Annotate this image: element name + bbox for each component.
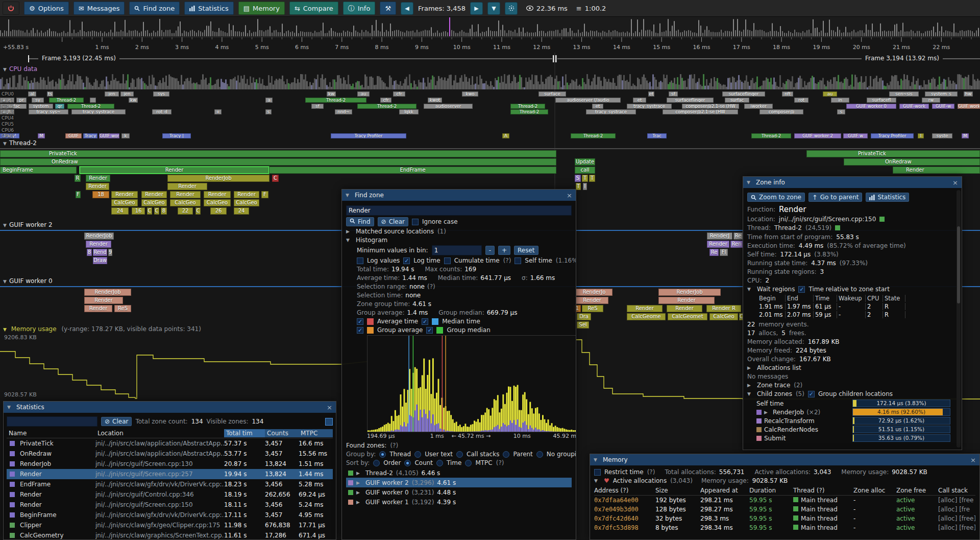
timeline-zone[interactable]: Re [733,232,743,240]
cpu-zone[interactable]: kw [327,91,336,97]
timeline-zone[interactable]: 9 [108,249,112,256]
allocation-row[interactable]: 0x7dfaa64e00192 bytes298.21 ms59.95 sMai… [594,496,975,505]
timeline-zone[interactable]: C [272,175,279,182]
find-clear-button[interactable]: ⊘Clear [378,217,408,226]
timeline-zone[interactable]: Fl [720,249,728,256]
find-zone-search-input[interactable] [346,205,572,216]
thread-value[interactable]: Thread-2 [774,224,802,231]
cpu-zone[interactable] [90,98,96,103]
timeline-zone[interactable]: S [575,175,581,182]
timeline-zone[interactable]: CalcGeo [170,199,201,206]
timeline-zone[interactable]: 22 [178,207,193,215]
timeline-zone[interactable]: 24 [111,207,129,215]
child-zone-row[interactable]: Self time172.14 µs (3.83%) [747,399,954,408]
radio-time[interactable] [436,460,443,466]
min-bin-increment-button[interactable]: + [498,246,510,255]
cpu-zone[interactable]: Tracy | [162,133,191,138]
timeline-zone[interactable]: OnRedraw [844,158,980,166]
radio-order[interactable] [373,460,380,466]
cpu-zone[interactable]: et [648,91,654,97]
cpu-zone[interactable]: Thread-2 [751,133,791,138]
option-checkbox-log-values[interactable] [357,257,363,264]
group-children-checkbox[interactable] [808,391,815,397]
cpu-zone[interactable]: hw [964,91,973,97]
found-zone-group[interactable]: ▶Thread-2(4,105)6.46 s [346,468,572,478]
statistics-titlebar[interactable]: ▼ Statistics × [4,402,336,413]
cpu-zone[interactable]: au [823,91,837,97]
found-zones-help[interactable]: (?) [390,442,398,449]
timeline-zone[interactable]: 24 [234,207,249,215]
cpu-zone[interactable]: Thread-2 [305,98,366,103]
stats-table-row[interactable]: Renderjni/../jni/src/guif/Screen.cpp:150… [7,500,333,510]
cpu-zone[interactable]: kwo [462,91,478,97]
cpu-zone[interactable]: rw [922,98,940,103]
allocation-row[interactable]: 0x7e049b3d00128 bytes298.27 ms59.95 sMai… [594,505,975,514]
timeline-zone[interactable]: Re [709,249,719,256]
cpu-zone[interactable]: GUIF-w [932,104,954,109]
found-zone-group[interactable]: ▶GUIF worker 2(3,296)4.61 s [346,478,572,487]
frame-label-a[interactable]: Frame 3,193 (22.45 ms) [38,55,119,62]
radio-group-help[interactable]: (?) [496,459,504,466]
alloc-col-header-zone-alloc[interactable]: Zone alloc [853,487,896,494]
timeline-zone[interactable]: Render [167,183,207,190]
timeline-zone[interactable]: Dra [577,313,591,320]
cpu-zone[interactable]: jen [105,91,119,97]
legend-checkbox[interactable] [357,327,363,334]
cpu-zone[interactable]: Thread-2 [49,98,84,103]
cpu-zone[interactable]: syste [932,133,952,138]
option-checkbox-cumulate-time[interactable] [444,257,451,264]
thread-header-guif-worker-0[interactable]: ▼GUIF worker 0 [3,277,53,285]
thread-header-guif-worker-2[interactable]: ▼GUIF worker 2 [3,221,53,228]
child-zones-toggle[interactable]: ▼Child zones (5) Group children location… [747,390,954,397]
legend-checkbox[interactable] [357,318,363,325]
cpu-zone[interactable]: surfacefl [867,98,896,103]
allocation-row[interactable]: 0x7dfc53d8988 bytes298.34 ms59.95 sMain … [594,523,975,532]
scrollbar[interactable] [957,190,961,448]
timeline-zone[interactable]: OnRedraw [0,158,556,166]
child-zone-row[interactable]: RecalcTransform72.92 µs (1.62%) [747,416,954,425]
reset-button[interactable]: Reset [514,246,538,255]
cpu-zone[interactable]: cfr [393,91,405,97]
timeline-zone[interactable]: RenderJob [84,232,114,240]
zone-trace-toggle[interactable]: ▶Zone trace(2) [747,382,954,389]
stats-table-row[interactable]: Renderjni/../jni/src/guif/Control.cpp:34… [7,489,333,500]
timeline-zone[interactable]: C [147,207,152,215]
stats-col-header-total-tim[interactable]: Total tim [224,429,265,437]
cpu-zone[interactable]: sys [153,91,169,97]
zoom-to-zone-button[interactable]: Zoom to zone [747,193,805,202]
collapse-icon[interactable]: ▼ [747,180,750,185]
matched-source-locations-toggle[interactable]: ▶Matched source locations(1) [346,228,572,235]
cpu-zone[interactable]: tracy_systrace [71,109,126,114]
alloc-col-header-appeared-at[interactable]: Appeared at [700,487,749,494]
statistics-button[interactable]: Statistics [866,193,909,202]
cpu-zone[interactable]: sf [311,104,324,109]
stats-col-header-mtpc[interactable]: MTPC [299,429,333,437]
timeline-zone[interactable]: CalcGeo [204,199,231,206]
go-to-parent-button[interactable]: ↑Go to parent [808,193,863,202]
timeline-zone[interactable]: 16 [132,207,145,215]
close-icon[interactable]: × [567,192,572,199]
allocation-row[interactable]: 0x7dfc42d64032 bytes298.3 ms59.95 sMain … [594,514,975,523]
cpu-zone[interactable]: + [214,109,222,114]
cpu-zone[interactable]: M [38,133,45,138]
cpu-zone[interactable]: Tracy Profiler [871,133,914,138]
timeline-zone[interactable]: Draw [93,257,107,264]
found-zone-group[interactable]: ▶GUIF worker 0(3,231)4.48 s [346,487,572,497]
timeline-zone[interactable]: RenderJob [84,289,131,296]
time-relative-checkbox[interactable] [798,286,805,293]
cpu-zone[interactable]: surfaceflinger [722,91,765,97]
option-checkbox-self-time[interactable] [514,257,521,264]
timeline-zone[interactable]: Render [658,297,715,304]
timeline-zone[interactable]: CalcGeome [627,313,666,320]
timeline-zone[interactable]: ReS [582,305,603,312]
alloc-col-header-size[interactable]: Size [655,487,700,494]
stats-table-row[interactable]: Clipperjni/../jni/src/claw/gfx/geo/Clipp… [7,520,333,530]
timeline-zone[interactable]: Rend [93,249,107,256]
stats-table-row[interactable]: Renderjni/../jni/src/guif/Screen.cpp:257… [7,469,333,479]
cpu-zone[interactable]: Thread-2 [510,109,548,114]
thread-header-thread-2[interactable]: ▼Thread-2 [3,139,37,147]
timeline-zone[interactable]: T [576,183,581,190]
active-allocations-toggle[interactable]: ▼ ♥ Active allocations (3,043) Memory us… [594,477,975,484]
cpu-zone[interactable]: A [502,133,509,138]
cpu-zone[interactable]: audioserver (/audio [555,98,621,103]
